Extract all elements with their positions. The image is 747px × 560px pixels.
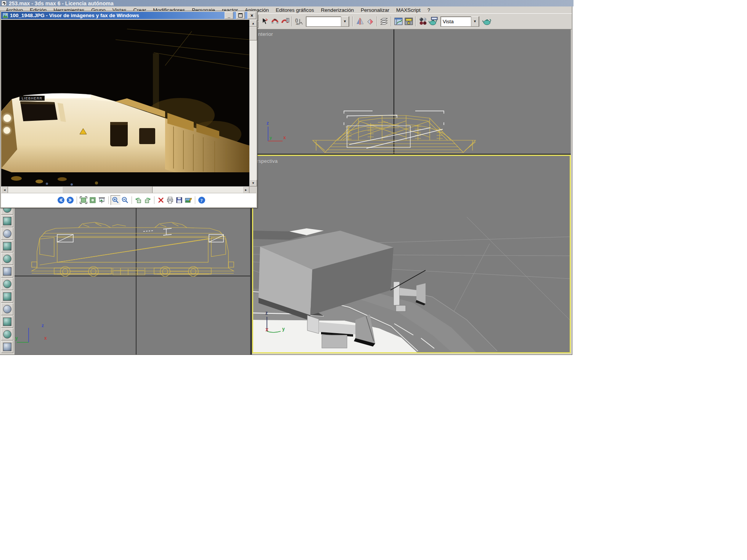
reactor-icon-create-wheel[interactable] <box>1 265 13 278</box>
app-titlebar[interactable]: 253.max - 3ds max 6 - Licencia autónoma <box>0 0 574 6</box>
save-button[interactable] <box>175 196 184 205</box>
render-scene-dialog-icon[interactable] <box>428 16 438 27</box>
axis-y-label: y <box>282 326 285 332</box>
svg-text:?: ? <box>201 198 203 203</box>
align-icon[interactable] <box>365 16 375 27</box>
viewer-scroll-corner <box>249 186 256 193</box>
svg-text:ABC: ABC <box>296 23 300 25</box>
menu-item-editores-gr-ficos[interactable]: Editores gráficos <box>272 6 318 14</box>
viewer-vscrollbar[interactable]: ▲ ▼ <box>249 20 256 186</box>
render-type-value: Vista <box>441 19 471 24</box>
axis-z-label: z <box>267 120 269 126</box>
axis-z-label: z <box>42 323 44 328</box>
menu-item-renderizaci-n[interactable]: Renderización <box>318 6 357 14</box>
viewer-vscroll-up-button[interactable]: ▲ <box>249 20 257 27</box>
locomotive-side-wireframe <box>32 222 234 276</box>
quick-render-icon[interactable] <box>482 16 492 27</box>
reactor-icon-create-fracture[interactable] <box>1 253 13 265</box>
reactor-icon-apply-soft-body-modifier[interactable] <box>1 303 13 315</box>
viewer-maximize-button[interactable] <box>236 12 245 19</box>
edit-named-selections-icon[interactable]: {}ABC <box>294 16 304 27</box>
reactor-icon-create-rope-collection[interactable] <box>1 278 13 290</box>
bogie-front <box>54 266 111 276</box>
axis-x-label: x <box>44 335 47 341</box>
catenary-mast <box>153 53 159 111</box>
reactor-icon-create-ragdoll[interactable] <box>1 215 13 227</box>
reactor-icon-open-property-editor[interactable] <box>1 328 13 340</box>
axis-x-label: x <box>283 135 286 140</box>
axis-z-label: z <box>265 310 268 316</box>
viewer-vscroll-thumb[interactable] <box>249 27 257 40</box>
menu-item-personalizar[interactable]: Personalizar <box>357 6 393 14</box>
actual-size-button[interactable] <box>88 196 97 205</box>
render-type-dropdown-arrow[interactable]: ▼ <box>471 16 479 27</box>
rotate-clockwise-button[interactable] <box>143 196 152 205</box>
reactor-icon-apply-cloth-modifier[interactable] <box>1 290 13 303</box>
reactor-icon-preview-animation[interactable] <box>1 341 13 353</box>
help-button[interactable]: ? <box>197 196 206 205</box>
logo-text: LIEBHERR <box>22 96 43 100</box>
perspective-scene: z y <box>253 156 570 352</box>
viewer-app-icon <box>3 13 8 18</box>
spinner-snap-toggle-icon[interactable] <box>280 16 290 27</box>
image-viewer-window: 100_1948.JPG - Visor de imágenes y fax d… <box>0 11 257 208</box>
viewer-close-button[interactable]: × <box>247 12 256 19</box>
named-selection-dropdown[interactable]: ▼ <box>306 16 349 27</box>
axis-tripod-left-view <box>17 328 29 342</box>
viewport-perspective[interactable]: z y erspectiva <box>252 155 571 353</box>
menu-item--[interactable]: ? <box>424 6 434 14</box>
axis-y-label: y <box>270 135 272 140</box>
rotate-counterclockwise-button[interactable] <box>134 196 143 205</box>
viewer-toolbar: ? <box>1 193 256 207</box>
locomotive-photo: LIEBHERR <box>1 20 249 186</box>
mirror-icon[interactable] <box>355 16 365 27</box>
layer-manager-icon[interactable] <box>379 16 389 27</box>
render-type-dropdown[interactable]: Vista ▼ <box>440 16 479 27</box>
viewer-minimize-button[interactable]: _ <box>225 12 233 19</box>
curve-editor-icon[interactable] <box>393 16 403 27</box>
viewport-perspective-label: erspectiva <box>254 158 278 164</box>
desktop-canvas: { "app": { "window_title": "253.max - 3d… <box>0 0 747 560</box>
schematic-view-icon[interactable] <box>403 16 414 27</box>
best-fit-button[interactable] <box>79 196 88 205</box>
app-title-text: 253.max - 3ds max 6 - Licencia autónoma <box>9 0 114 6</box>
svg-text:%: % <box>274 18 276 21</box>
select-and-manipulate-icon[interactable] <box>259 16 270 27</box>
photo-foreground <box>1 172 249 186</box>
axis-y-label: y <box>15 335 18 341</box>
viewer-photo-area: LIEBHERR <box>1 20 249 186</box>
viewport-front-view[interactable]: nterior <box>252 29 571 155</box>
reactor-icon-create-constraint[interactable] <box>1 240 13 252</box>
app-icon <box>2 1 6 6</box>
reactor-icon-apply-rope-modifier[interactable] <box>1 316 13 328</box>
viewer-hscrollbar[interactable]: ◄ ► <box>1 186 249 193</box>
viewer-titlebar[interactable]: 100_1948.JPG - Visor de imágenes y fax d… <box>1 12 256 19</box>
reactor-icon-create-cloth-collection[interactable] <box>1 228 13 240</box>
previous-image-button[interactable] <box>56 196 66 205</box>
print-button[interactable] <box>165 196 175 205</box>
zoom-out-button[interactable] <box>120 196 130 205</box>
viewer-vscroll-down-button[interactable]: ▼ <box>249 180 257 186</box>
edit-image-button[interactable] <box>184 196 193 205</box>
material-editor-icon[interactable] <box>418 16 428 27</box>
svg-text:{}: {} <box>295 18 298 22</box>
start-slideshow-button[interactable] <box>97 196 106 205</box>
delete-button[interactable] <box>156 196 165 205</box>
percent-snap-toggle-icon[interactable]: % <box>270 16 280 27</box>
zoom-in-button[interactable] <box>111 195 120 205</box>
named-selection-dropdown-arrow[interactable]: ▼ <box>341 16 349 27</box>
menu-item-maxscript[interactable]: MAXScript <box>393 6 424 14</box>
bogie-rear <box>154 266 211 276</box>
next-image-button[interactable] <box>66 196 75 205</box>
viewer-title-text: 100_1948.JPG - Visor de imágenes y fax d… <box>10 13 222 18</box>
